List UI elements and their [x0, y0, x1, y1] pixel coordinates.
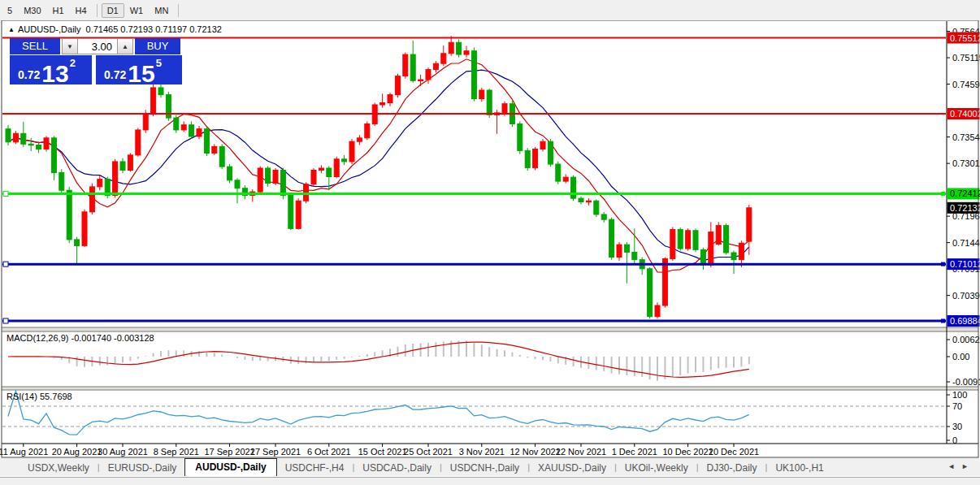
tab-ukoil-weekly[interactable]: UKOil-,Weekly [617, 460, 696, 476]
candle-body [98, 180, 102, 187]
candle-body [487, 90, 492, 115]
candle-body [334, 159, 339, 177]
sell-price-sup: 2 [70, 57, 76, 69]
candle-body [266, 168, 271, 184]
time-tick-label: 8 Sep 2021 [154, 447, 199, 457]
volume-decrease-button[interactable]: ▼ [62, 38, 78, 54]
timeframe-button-w1[interactable]: W1 [124, 3, 150, 18]
candle-body [426, 70, 431, 80]
candle-body [609, 219, 614, 257]
candle-body [204, 129, 209, 154]
candle-body [700, 249, 705, 265]
candle-body [579, 198, 583, 201]
tab-usdcad-daily[interactable]: USDCAD-,Daily [354, 460, 440, 476]
candle-body [6, 129, 11, 142]
candle-body [624, 245, 629, 252]
splitter-band[interactable] [2, 387, 978, 390]
tab-usdx-weekly[interactable]: USDX,Weekly [20, 460, 98, 476]
scale-tick-label: 0.73015 [952, 158, 980, 168]
buy-price-big: 15 [128, 63, 154, 84]
candle-body [280, 170, 285, 195]
rsi-scale-label: 100 [952, 390, 967, 400]
candle-body [189, 125, 194, 136]
macd-scale-label: 0.00 [952, 352, 969, 362]
candle-body [433, 63, 438, 69]
tab-scroll-right-icon[interactable]: ► [961, 462, 975, 470]
volume-input[interactable] [78, 38, 117, 54]
candle-body [365, 124, 370, 138]
volume-increase-button[interactable]: ▲ [117, 38, 133, 54]
rsi-scale-label: 30 [952, 422, 962, 431]
tab-usdcnh-daily[interactable]: USDCNH-,Daily [442, 460, 527, 476]
macd-values: -0.001740 -0.003128 [71, 333, 154, 343]
line-handle-right[interactable] [941, 192, 945, 196]
symbol-label: AUDUSD-,Daily [18, 24, 81, 34]
pane-splitter-2[interactable] [2, 387, 978, 390]
candle-body [59, 173, 64, 191]
line-handle-left[interactable] [3, 262, 8, 266]
sell-price-display[interactable]: 0.72 13 2 [10, 55, 92, 84]
line-handle-left[interactable] [3, 318, 8, 323]
candle-body [678, 230, 683, 249]
collapse-triangle-icon[interactable]: ▲ [8, 26, 15, 33]
current-price-label: 0.72132 [947, 202, 980, 214]
candle-body [311, 170, 316, 184]
candle-body [632, 252, 637, 259]
candle-body [403, 54, 408, 76]
time-tick-label: 17 Sep 2021 [204, 447, 254, 457]
candle-body [258, 168, 262, 192]
candle-body [296, 201, 301, 228]
sell-price-big: 13 [41, 63, 68, 84]
buy-button[interactable]: BUY [135, 38, 180, 54]
candle-body [693, 231, 698, 250]
timeframe-button-d1[interactable]: D1 [102, 3, 124, 18]
hline-price-label: 0.72412 [947, 188, 980, 199]
tab-dj30-daily[interactable]: DJ30-,Daily [699, 460, 765, 476]
rsi-value: 55.7698 [40, 392, 72, 401]
status-bar [0, 477, 980, 485]
line-handle-right[interactable] [941, 318, 945, 323]
time-tick-label: 27 Sep 2021 [250, 447, 301, 457]
buy-price-display[interactable]: 0.72 15 5 [96, 55, 182, 84]
tab-uk100-h1[interactable]: UK100-,H1 [767, 460, 831, 476]
sell-button[interactable]: SELL [10, 38, 60, 54]
chevron-down-icon: ▼ [67, 43, 73, 50]
tab-xauusd-daily[interactable]: XAUUSD-,Daily [530, 460, 614, 476]
candle-body [457, 42, 462, 54]
candle-body [449, 42, 453, 54]
time-tick-label: 1 Dec 2021 [612, 447, 657, 457]
candle-body [158, 88, 163, 95]
chart-ohlc-title: ▲AUDUSD-,Daily0.71465 0.72193 0.71197 0.… [8, 24, 222, 34]
time-tick-label: 10 Dec 2021 [662, 447, 713, 457]
tab-scroll-left-icon[interactable]: ◄ [947, 462, 961, 470]
candle-body [357, 138, 362, 141]
candle-body [410, 54, 415, 80]
timeframe-button-h4[interactable]: H4 [70, 3, 93, 18]
timeframe-toolbar: 5M30H1H4D1W1MN [0, 0, 980, 20]
candle-body [716, 226, 721, 245]
timeframe-button-m30[interactable]: M30 [18, 3, 46, 18]
tab-audusd-daily[interactable]: AUDUSD-,Daily [184, 458, 276, 476]
timeframe-button-h1[interactable]: H1 [47, 3, 70, 18]
candle-body [518, 124, 523, 151]
macd-scale-label: -0.00919 [952, 377, 980, 387]
macd-scale-label: 0.006201 [952, 335, 980, 344]
line-handle-right[interactable] [941, 262, 945, 266]
tab-usdchf-h4[interactable]: USDCHF-,H4 [277, 460, 353, 476]
time-tick-label: 20 Dec 2021 [709, 447, 759, 457]
line-handle-left[interactable] [3, 191, 8, 196]
scale-tick-label: 0.74590 [952, 80, 980, 89]
candle-body [136, 130, 141, 155]
tab-eurusd-daily[interactable]: EURUSD-,Daily [100, 460, 185, 476]
scale-tick-label: 0.71440 [952, 238, 980, 248]
candle-body [709, 232, 713, 265]
candle-body [44, 138, 49, 149]
splitter-band[interactable] [2, 327, 978, 331]
pane-splitter-1[interactable] [2, 327, 978, 331]
timeframe-button-5[interactable]: 5 [2, 3, 18, 18]
candle-body [151, 88, 156, 114]
symbol-tab-bar: USDX,Weekly|EURUSD-,DailyAUDUSD-,DailyUS… [0, 458, 980, 476]
time-tick-label: 30 Aug 2021 [98, 447, 148, 457]
timeframe-button-mn[interactable]: MN [149, 3, 174, 18]
candle-body [471, 51, 476, 99]
